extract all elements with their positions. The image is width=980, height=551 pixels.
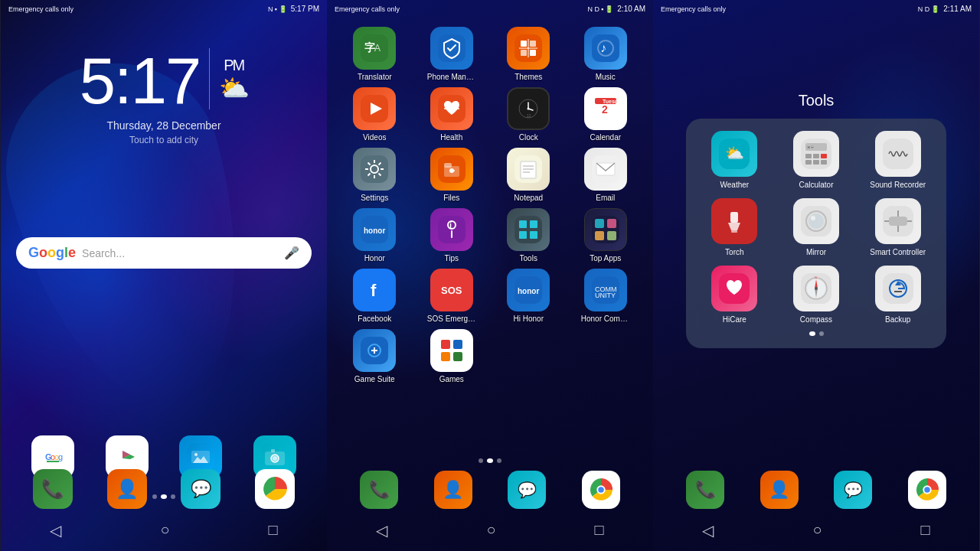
app-honor[interactable]: honor Honor bbox=[339, 208, 410, 262]
search-placeholder: Search... bbox=[82, 247, 278, 259]
recent-button-1[interactable]: □ bbox=[268, 521, 277, 539]
recent-button-2[interactable]: □ bbox=[594, 521, 603, 539]
app-sosemergency[interactable]: SOS SOS Emergency bbox=[416, 269, 488, 323]
app-tools[interactable]: Tools bbox=[493, 208, 564, 262]
files-label: Files bbox=[443, 194, 459, 202]
bottom-phone-3[interactable]: 📞 bbox=[686, 471, 724, 509]
hihonor-icon: honor bbox=[507, 269, 550, 311]
svg-rect-61 bbox=[444, 163, 452, 168]
home-button-2[interactable]: ○ bbox=[486, 521, 495, 539]
app-games[interactable]: Games bbox=[416, 329, 488, 383]
status-icons-2: N D ▪ 🔋 2:10 AM bbox=[588, 5, 645, 13]
app-phonemanager[interactable]: Phone Manager bbox=[416, 27, 488, 81]
google-search-bar[interactable]: Google Search... 🎤 bbox=[16, 237, 312, 269]
honorcommunity-icon: COMM UNITY bbox=[584, 269, 627, 311]
home-button-1[interactable]: ○ bbox=[160, 521, 169, 539]
tips-label: Tips bbox=[444, 254, 459, 262]
folder-app-backup[interactable]: Backup bbox=[861, 266, 934, 324]
phonemanager-label: Phone Manager bbox=[427, 73, 476, 81]
app-health[interactable]: Health bbox=[416, 87, 488, 142]
folder-app-weather[interactable]: ⛅ Weather bbox=[698, 131, 771, 189]
weather-icon: ⛅ bbox=[711, 131, 757, 177]
app-translator[interactable]: 字 A Translator bbox=[339, 27, 410, 81]
chrome-icon-2 bbox=[582, 471, 620, 509]
back-button-3[interactable]: ◁ bbox=[702, 521, 714, 540]
calculator-label: Calculator bbox=[799, 181, 833, 189]
folder-app-hicare[interactable]: HiCare bbox=[698, 266, 771, 324]
soundrecorder-label: Sound Recorder bbox=[870, 181, 926, 189]
app-facebook[interactable]: f Facebook bbox=[339, 269, 410, 323]
recent-button-3[interactable]: □ bbox=[920, 521, 929, 539]
svg-text:N: N bbox=[815, 276, 817, 279]
svg-point-15 bbox=[273, 456, 277, 461]
mic-icon[interactable]: 🎤 bbox=[284, 246, 299, 260]
facebook-icon: f bbox=[353, 269, 396, 311]
app-files[interactable]: Files bbox=[416, 148, 488, 202]
svg-rect-121 bbox=[731, 230, 737, 233]
bottom-phone[interactable]: 📞 bbox=[33, 469, 73, 509]
wifi-icon-2: ▪ bbox=[601, 5, 603, 13]
bottom-messages[interactable]: 💬 bbox=[181, 469, 220, 509]
folder-app-soundrecorder[interactable]: Sound Recorder bbox=[861, 131, 934, 189]
games-icon bbox=[430, 329, 473, 372]
bottom-phone-2[interactable]: 📞 bbox=[360, 471, 398, 509]
bottom-contacts-3[interactable]: 👤 bbox=[760, 471, 799, 509]
status-bar-2: Emergency calls only N D ▪ 🔋 2:10 AM bbox=[327, 0, 653, 18]
app-themes[interactable]: Themes bbox=[493, 27, 564, 81]
folder-app-torch[interactable]: Torch bbox=[698, 198, 771, 256]
email-icon bbox=[584, 148, 627, 191]
status-icons-1: N ▪ 🔋 5:17 PM bbox=[268, 5, 319, 13]
app-topapps[interactable]: Top Apps bbox=[570, 208, 642, 262]
bottom-contacts-2[interactable]: 👤 bbox=[434, 471, 472, 509]
health-label: Health bbox=[440, 133, 462, 142]
lock-subtitle: Touch to add city bbox=[1, 135, 327, 145]
back-button-2[interactable]: ◁ bbox=[376, 521, 387, 540]
app-hihonor[interactable]: honor Hi Honor bbox=[493, 269, 564, 323]
svg-rect-114 bbox=[813, 160, 819, 165]
status-emergency-1: Emergency calls only bbox=[8, 5, 74, 13]
svg-rect-110 bbox=[805, 154, 812, 158]
app-calendar[interactable]: Tuesday 2 Calendar bbox=[570, 87, 642, 142]
folder-grid: ⛅ Weather bbox=[698, 131, 934, 324]
bottom-contacts[interactable]: 👤 bbox=[107, 469, 147, 509]
app-tips[interactable]: i Tips bbox=[416, 208, 488, 262]
battery-icon-2: 🔋 bbox=[605, 5, 613, 13]
back-button-1[interactable]: ◁ bbox=[50, 521, 61, 540]
app-music[interactable]: ♪ Music bbox=[570, 27, 642, 81]
bottom-messages-3[interactable]: 💬 bbox=[834, 471, 872, 509]
app-email[interactable]: Email bbox=[570, 148, 642, 202]
svg-rect-27 bbox=[530, 41, 536, 47]
app-settings[interactable]: Settings bbox=[339, 148, 410, 202]
bottom-chrome-2[interactable] bbox=[582, 471, 620, 509]
backup-label: Backup bbox=[885, 315, 910, 324]
phone2: Emergency calls only N D ▪ 🔋 2:10 AM 字 A bbox=[327, 0, 653, 551]
folder-app-compass[interactable]: N Compass bbox=[780, 266, 853, 324]
app-notepad[interactable]: Notepad bbox=[493, 148, 564, 202]
bottom-chrome-3[interactable] bbox=[908, 471, 946, 509]
bottom-chrome[interactable] bbox=[255, 469, 295, 509]
svg-rect-65 bbox=[521, 161, 536, 178]
bottom-dock-2: 📞 👤 💬 bbox=[327, 471, 653, 509]
svg-rect-86 bbox=[607, 231, 616, 240]
folder-app-mirror[interactable]: Mirror bbox=[780, 198, 853, 256]
messages-icon-3: 💬 bbox=[834, 471, 872, 509]
calendar-icon: Tuesday 2 bbox=[584, 87, 627, 130]
chrome-app-icon bbox=[255, 469, 295, 509]
folder-app-smartcontroller[interactable]: Smart Controller bbox=[861, 198, 934, 256]
app-videos[interactable]: Videos bbox=[339, 87, 410, 142]
svg-rect-113 bbox=[805, 160, 812, 165]
dot2-3 bbox=[497, 458, 501, 463]
bottom-messages-2[interactable]: 💬 bbox=[508, 471, 546, 509]
svg-text:2: 2 bbox=[602, 103, 608, 116]
app-gamesuite[interactable]: Game Suite bbox=[339, 329, 410, 383]
themes-icon bbox=[507, 27, 550, 70]
app-honorcommunity[interactable]: COMM UNITY Honor Commu... bbox=[570, 269, 642, 323]
folder-app-calculator[interactable]: ×÷ Calculator bbox=[780, 131, 853, 189]
svg-rect-101 bbox=[441, 352, 450, 361]
app-clock[interactable]: 12 Clock bbox=[493, 87, 564, 142]
torch-label: Torch bbox=[725, 248, 743, 256]
folder-dots bbox=[698, 331, 934, 336]
health-icon bbox=[430, 87, 473, 130]
home-button-3[interactable]: ○ bbox=[812, 521, 822, 539]
translator-icon: 字 A bbox=[353, 27, 396, 70]
